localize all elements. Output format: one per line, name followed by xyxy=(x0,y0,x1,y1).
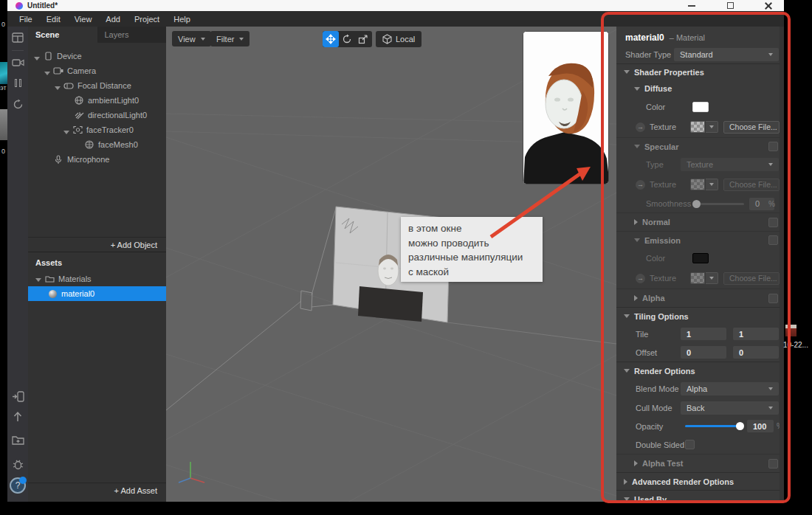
camera-preview xyxy=(523,31,609,184)
add-object-label: + Add Object xyxy=(111,241,157,249)
desktop: 0 эт 0 Untitled* File Edit View Add Proj… xyxy=(0,0,812,515)
folder-label: Materials xyxy=(58,274,92,283)
folder-icon xyxy=(44,274,55,283)
viewport-3d[interactable]: View Filter Local xyxy=(166,27,616,502)
scale-icon xyxy=(358,34,368,44)
tree-item-focal-distance[interactable]: Focal Distance xyxy=(28,78,166,93)
close-button[interactable] xyxy=(759,1,778,11)
camera-icon xyxy=(53,66,63,75)
filter-dropdown[interactable]: Filter xyxy=(210,31,250,46)
tree-item-label: faceTracker0 xyxy=(86,125,134,134)
minimize-icon xyxy=(688,5,695,7)
microphone-icon xyxy=(53,155,63,164)
canvas-plane xyxy=(166,207,616,410)
annotation-note: в этом окне можно проводить различные ма… xyxy=(401,217,543,282)
window-title: Untitled* xyxy=(27,1,58,10)
collapse-caret-icon[interactable] xyxy=(35,278,41,282)
view-dropdown-label: View xyxy=(178,35,196,44)
tree-item-label: ambientLight0 xyxy=(88,96,139,105)
menu-file[interactable]: File xyxy=(19,15,32,24)
add-object-button[interactable]: + Add Object xyxy=(28,237,166,252)
tree-item-face-mesh[interactable]: faceMesh0 xyxy=(28,137,166,152)
ambient-light-icon xyxy=(74,96,84,105)
cube-icon xyxy=(382,34,392,44)
local-space-button[interactable]: Local xyxy=(376,31,422,47)
focal-distance-icon xyxy=(63,81,74,90)
notification-dot xyxy=(19,477,27,484)
collapse-caret-icon[interactable] xyxy=(63,131,69,134)
pause-icon[interactable] xyxy=(7,79,28,87)
transform-tool-group xyxy=(323,31,372,47)
close-icon xyxy=(765,2,772,10)
minimize-button[interactable] xyxy=(682,1,701,11)
help-icon[interactable]: ? xyxy=(7,477,28,494)
menu-help[interactable]: Help xyxy=(173,15,190,24)
asset-item-material0[interactable]: material0 xyxy=(28,286,166,301)
tree-item-microphone[interactable]: Microphone xyxy=(28,152,166,167)
test-bug-icon[interactable] xyxy=(7,459,28,470)
preview-person xyxy=(523,32,609,184)
tree-item-face-tracker[interactable]: faceTracker0 xyxy=(28,122,166,137)
add-asset-button[interactable]: + Add Asset xyxy=(28,483,166,497)
desktop-thumbnail xyxy=(0,109,7,140)
add-folder-icon[interactable] xyxy=(7,435,28,445)
menu-edit[interactable]: Edit xyxy=(47,15,61,24)
scale-tool-button[interactable] xyxy=(355,31,371,47)
send-to-device-icon[interactable] xyxy=(7,391,28,402)
window-titlebar: Untitled* xyxy=(7,0,784,11)
desktop-fragment-text: 0 xyxy=(1,148,5,155)
material-sphere-icon xyxy=(49,290,57,298)
tree-item-ambient-light[interactable]: ambientLight0 xyxy=(28,93,166,108)
tree-item-label: Focal Distance xyxy=(78,81,131,90)
view-dropdown[interactable]: View xyxy=(172,31,211,46)
axis-gizmo xyxy=(179,462,204,483)
desktop-fragment-text: 0 xyxy=(1,21,5,28)
tree-item-label: Device xyxy=(57,52,82,61)
tab-layers[interactable]: Layers xyxy=(97,27,167,43)
chevron-down-icon xyxy=(239,38,244,41)
filter-dropdown-label: Filter xyxy=(216,35,234,44)
rotate-tool-button[interactable] xyxy=(339,31,355,47)
video-camera-icon[interactable] xyxy=(7,58,28,67)
tree-item-camera[interactable]: Camera xyxy=(28,63,166,78)
tree-item-label: directionalLight0 xyxy=(88,111,147,120)
move-tool-button[interactable] xyxy=(323,31,339,47)
desktop-thumbnail xyxy=(0,62,7,84)
tree-item-device[interactable]: Device xyxy=(28,49,166,63)
scene-tabs: Scene Layers xyxy=(28,27,166,43)
move-icon xyxy=(326,34,336,44)
collapse-caret-icon[interactable] xyxy=(34,57,40,61)
scene-panel: Scene Layers Device Camera Focal Distanc… xyxy=(28,27,166,252)
scene-tree: Device Camera Focal Distance ambientLigh… xyxy=(28,43,166,167)
local-button-label: Local xyxy=(396,35,415,44)
menu-view[interactable]: View xyxy=(75,15,92,24)
highlight-rectangle xyxy=(601,12,791,503)
tree-item-directional-light[interactable]: directionalLight0 xyxy=(28,108,166,122)
maximize-button[interactable] xyxy=(720,1,740,11)
upload-arrow-icon[interactable] xyxy=(7,411,28,422)
tree-item-label: Camera xyxy=(67,66,96,75)
viewport-layout-icon[interactable] xyxy=(7,32,28,43)
tree-item-label: Microphone xyxy=(67,155,109,164)
asset-item-label: material0 xyxy=(61,289,94,298)
collapse-caret-icon[interactable] xyxy=(44,72,50,75)
device-icon xyxy=(43,52,53,61)
app-logo-icon xyxy=(16,2,23,10)
chevron-down-icon xyxy=(201,38,205,41)
materials-folder[interactable]: Materials xyxy=(28,272,166,286)
desktop-fragment-text: эт xyxy=(0,84,7,91)
rotate-icon xyxy=(342,34,352,44)
directional-light-icon xyxy=(74,111,84,120)
tree-item-label: faceMesh0 xyxy=(98,140,138,149)
assets-title: Assets xyxy=(28,252,166,272)
face-mesh-icon xyxy=(84,140,94,149)
left-toolbar: ? xyxy=(7,27,28,502)
tab-scene[interactable]: Scene xyxy=(28,27,97,43)
menu-project[interactable]: Project xyxy=(134,15,159,24)
toolbar-divider xyxy=(12,50,24,51)
collapse-caret-icon[interactable] xyxy=(55,86,61,90)
restart-icon[interactable] xyxy=(7,99,28,110)
menu-add[interactable]: Add xyxy=(106,15,120,24)
maximize-icon xyxy=(727,2,734,9)
face-tracker-icon xyxy=(72,125,83,134)
